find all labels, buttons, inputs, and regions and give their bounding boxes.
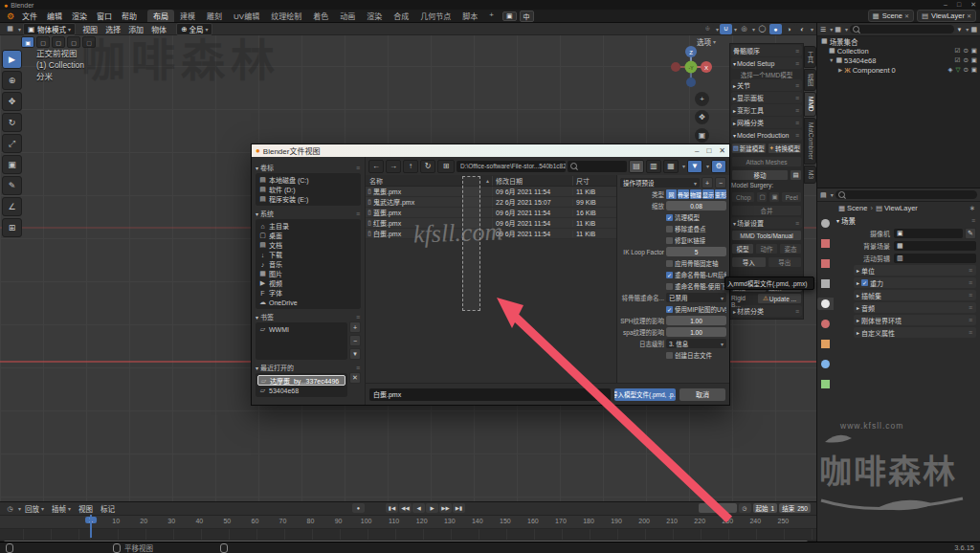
bookmark-options-button[interactable]: ▾ (349, 348, 361, 360)
value-dropdown[interactable]: 3. 信息▾ (666, 339, 726, 348)
add-preset-button[interactable]: + (702, 177, 713, 188)
background-scene-field[interactable]: ▦ (894, 241, 976, 251)
refresh-button[interactable]: ↻ (420, 160, 435, 173)
pin-icon[interactable]: ∗ (969, 204, 975, 212)
mmd-import-button[interactable]: 导入 (731, 256, 767, 268)
panel-display[interactable]: ▸显示面板≡ (731, 92, 802, 103)
column-size[interactable]: 尺寸 (572, 176, 616, 186)
app-menu-icon[interactable]: ⚙ (7, 11, 14, 21)
checkbox-icon[interactable] (666, 237, 673, 244)
new-collection-icon[interactable]: ▦ (970, 26, 977, 33)
panel-刚体世界环境[interactable]: ▸刚体世界环境≡ (854, 315, 976, 325)
system-section-header[interactable]: ▾系统≡ (256, 209, 361, 218)
timeline-track[interactable] (0, 529, 816, 540)
system-item[interactable]: ▢桌面 (257, 231, 359, 240)
system-item[interactable]: ☁OneDrive (257, 298, 359, 307)
checkbox-control[interactable]: 重命名骨骼-使用下... (666, 281, 726, 291)
system-item[interactable]: F字体 (257, 288, 359, 298)
bookmarks-section-header[interactable]: ▾书签≡ (256, 312, 361, 321)
panel-单位[interactable]: ▸单位≡ (854, 265, 976, 276)
outliner-row-object[interactable]: ▼ ▦ 53404e68 ☑ ⊙ ▣ (817, 55, 980, 65)
exclude-checkbox[interactable]: ☑ (955, 56, 961, 64)
cursor-tool[interactable]: ⊕ (2, 71, 22, 90)
active-clip-field[interactable]: ▥ (894, 254, 976, 263)
attach-meshes-button[interactable]: Attach Meshes (731, 156, 802, 167)
timeline-ruler[interactable]: 1102030405060708090100110120130140150160… (0, 516, 816, 529)
camera-field[interactable]: ▣ (894, 229, 963, 238)
sort-ascending-icon[interactable]: ▲ (485, 178, 490, 184)
transport-button[interactable]: ◀ (412, 503, 425, 513)
filter-funnel-icon[interactable]: ▼ (687, 160, 702, 173)
timeline-editor-icon[interactable]: ◷ (4, 503, 16, 514)
checkbox-icon[interactable] (666, 260, 673, 267)
create-model-button[interactable]: ▧新建模型 (731, 143, 767, 154)
checkbox-control[interactable]: ✓重命名骨骼-L/R后缀 (666, 270, 726, 279)
exclude-checkbox[interactable]: ☑ (955, 47, 961, 55)
scene-selector[interactable]: ▦ Scene ✕ (868, 10, 914, 22)
panel-model-production[interactable]: ▾Model Production≡ (731, 129, 802, 141)
hide-eye-icon[interactable]: ⊙ (963, 47, 968, 55)
checkbox-control[interactable]: 创建日志文件 (666, 350, 726, 360)
checkbox-control[interactable]: 修复IK链接 (666, 235, 726, 245)
chop-button[interactable]: Chop (731, 191, 755, 203)
measure-tool[interactable]: ∠ (2, 197, 22, 216)
hide-eye-icon[interactable]: ⊙ (963, 66, 968, 74)
auto-key-record-icon[interactable]: ● (352, 503, 365, 513)
volume-item[interactable]: ▤软件 (D:) (257, 185, 359, 194)
physics-tab[interactable] (817, 358, 834, 370)
playhead[interactable] (90, 515, 92, 538)
panel-scene[interactable]: ▾场景 ≡ (835, 214, 980, 226)
checkbox-icon[interactable] (666, 283, 673, 290)
menu-渲染[interactable]: 渲染 (67, 11, 92, 21)
workspace-tab[interactable]: 雕刻 (201, 10, 228, 22)
expand-arrow-icon[interactable]: ▶ (838, 67, 842, 73)
render-camera-icon[interactable]: ▣ (971, 56, 977, 64)
panel-model-setup[interactable]: ▾Model Setup≡ (731, 57, 802, 69)
shading-wireframe-icon[interactable]: ◯ (756, 24, 768, 34)
checkbox-icon[interactable]: ✓ (861, 279, 868, 286)
workspace-tab[interactable]: UV编辑 (228, 10, 265, 22)
peel-button[interactable]: Peel (781, 191, 802, 203)
preview-range-clock-icon[interactable]: ◷ (739, 503, 751, 513)
file-list-area[interactable]: 名称 ▲ 修改日期 尺寸 ▯黑蛋.pmx09 6月 2021 11:5411 K… (366, 175, 616, 383)
transport-button[interactable]: ◀◀ (399, 503, 412, 513)
transport-button[interactable]: ▶ (426, 503, 438, 513)
outliner-filter-icon[interactable]: ▦ (835, 26, 841, 33)
checkbox-icon[interactable] (666, 226, 673, 232)
checkbox-icon[interactable]: ✓ (666, 272, 673, 278)
render-camera-icon[interactable]: ▣ (971, 47, 977, 55)
import-model-button[interactable]: 导入模型文件(.pmd, .p... (614, 388, 676, 401)
workspace-tab[interactable]: 几何节点 (414, 10, 457, 22)
value-field[interactable]: 5 (666, 247, 726, 256)
checkbox-control[interactable]: ✓使用MIP贴图的UV纹理 (666, 304, 726, 314)
outliner-search-input[interactable] (850, 25, 954, 33)
shading-material-icon[interactable]: ◑ (783, 24, 795, 34)
maximize-button[interactable]: □ (957, 1, 961, 9)
checkbox-icon[interactable] (666, 352, 673, 359)
system-item[interactable]: ↓下载 (257, 250, 359, 259)
workspace-tab[interactable]: 着色 (307, 10, 334, 22)
menu-窗口[interactable]: 窗口 (92, 11, 117, 21)
view-list-vertical-icon[interactable]: ▤ (629, 160, 644, 173)
path-field[interactable]: D:\Office-software\File-stor...540b1c82d… (457, 161, 566, 172)
workspace-tab[interactable]: 渲染 (361, 10, 388, 22)
remove-bookmark-button[interactable]: − (349, 335, 361, 346)
output-tab[interactable] (817, 257, 834, 270)
column-date[interactable]: 修改日期 (492, 176, 572, 186)
sidebar-tab-视图[interactable]: 视图 (804, 69, 816, 91)
panel-mesh-sorter[interactable]: ▸网格分类≡ (731, 117, 802, 128)
navigation-gizmo[interactable]: Z X -Y (668, 44, 714, 90)
type-segment-物理[interactable]: 物理 (690, 189, 702, 199)
settings-gear-icon[interactable]: ⚙ (711, 160, 726, 173)
editor-type-icon[interactable]: ▦ (4, 24, 16, 34)
scene-tab[interactable] (817, 298, 834, 310)
panel-material-sorter[interactable]: ▸材质分类≡ (731, 305, 802, 317)
parent-dir-button[interactable]: ↑ (403, 160, 418, 173)
mode-selector[interactable]: ▣ 物体模式▾ (23, 23, 76, 35)
workspace-tab[interactable]: 脚本 (457, 10, 483, 22)
file-row[interactable]: ▯鬼武达摩.pmx22 6月 2021 15:0799 KiB (366, 197, 616, 208)
proportional-edit-toggle[interactable]: ◎ (738, 24, 750, 34)
camera-view-icon[interactable]: ▣ (695, 128, 709, 143)
dialog-search-input[interactable] (568, 161, 627, 172)
workspace-tab[interactable]: + (483, 10, 500, 22)
